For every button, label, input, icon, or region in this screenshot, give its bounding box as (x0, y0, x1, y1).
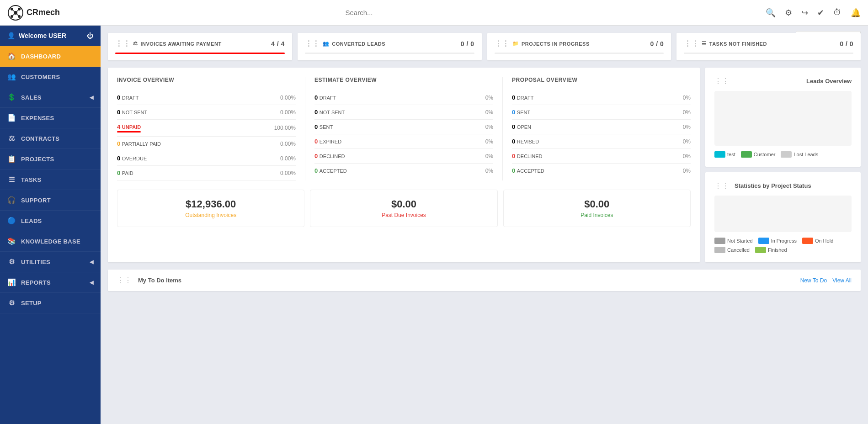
past-due-invoices-card: $0.00 Past Due Invoices (310, 190, 497, 227)
clock-icon[interactable]: ⏱ (833, 8, 841, 17)
invoices-bar-fill (115, 53, 285, 54)
prop-sent-row: 0 SENT 0% (512, 105, 691, 120)
tasks-icon: ☰ (7, 175, 16, 184)
check-icon[interactable]: ✔ (817, 8, 824, 18)
drag-handle-leads-ov[interactable]: ⋮⋮ (714, 77, 729, 85)
stat-tasks-not-finished: ⋮⋮ ☰ TASKS NOT FINISHED 0 / 0 (676, 33, 861, 60)
user-name: 👤 Welcome USER (7, 32, 66, 39)
sidebar-label-utilities: UTILITIES (21, 259, 50, 265)
support-icon: 🎧 (7, 196, 16, 204)
new-todo-link[interactable]: New To Do (800, 277, 827, 284)
converted-leads-icon: 👥 (323, 41, 330, 47)
todo-links: New To Do View All (800, 277, 852, 284)
legend-finished: Finished (755, 247, 787, 253)
bell-icon[interactable]: 🔔 (851, 8, 861, 18)
invoices-icon: ⚖ (133, 41, 138, 47)
stat-header-projects: ⋮⋮ 📁 PROJECTS IN PROGRESS 0 / 0 (495, 39, 664, 48)
legend-finished-box (755, 247, 766, 253)
leads-chart-area (714, 91, 852, 146)
power-icon[interactable]: ⏻ (87, 32, 93, 39)
invoice-overdue-row: 0 OVERDUE 0.00% (117, 151, 296, 166)
svg-line-6 (12, 9, 16, 13)
legend-not-started: Not Started (714, 238, 753, 244)
sidebar-item-customers[interactable]: 👥 CUSTOMERS (0, 67, 101, 87)
stat-header-tasks: ⋮⋮ ☰ TASKS NOT FINISHED 0 / 0 (684, 39, 853, 48)
drag-handle-tasks[interactable]: ⋮⋮ (684, 39, 699, 48)
invoice-unpaid-bar (117, 131, 141, 132)
sidebar-label-customers: CUSTOMERS (21, 74, 60, 80)
kb-icon: 📚 (7, 237, 16, 245)
sidebar-item-dashboard[interactable]: 🏠 DASHBOARD (0, 46, 101, 67)
projects-bar-bg (495, 53, 664, 54)
invoice-paid-val: 0.00% (280, 170, 296, 176)
sidebar-label-dashboard: DASHBOARD (21, 53, 61, 60)
sidebar-item-knowledge-base[interactable]: 📚 KNOWLEDGE BASE (0, 231, 101, 252)
money-cards-row: $12,936.00 Outstanding Invoices $0.00 Pa… (117, 190, 691, 227)
project-stats-card: ⋮⋮ Statistics by Project Status Not Star… (705, 172, 861, 262)
legend-on-hold-box (802, 238, 813, 244)
sidebar-item-support[interactable]: 🎧 SUPPORT (0, 190, 101, 211)
sales-icon: 💲 (7, 93, 16, 101)
drag-handle-project-stats[interactable]: ⋮⋮ (714, 181, 729, 190)
share-icon[interactable]: ↪ (801, 8, 808, 18)
invoice-notsent-row: 0 NOT SENT 0.00% (117, 105, 296, 120)
sidebar-item-setup[interactable]: ⚙ SETUP (0, 293, 101, 313)
invoice-unpaid-val: 100.00% (274, 125, 296, 131)
sidebar-user: 👤 Welcome USER ⏻ (0, 26, 101, 46)
invoice-partialpaid-row: 0 PARTIALLY PAID 0.00% (117, 137, 296, 151)
drag-handle-invoices[interactable]: ⋮⋮ (115, 39, 130, 48)
proposal-overview-col: PROPOSAL OVERVIEW 0 DRAFT 0% 0 SENT 0% 0… (512, 77, 691, 180)
leads-overview-title: Leads Overview (806, 78, 852, 85)
sidebar-label-sales: SALES (21, 94, 42, 101)
prop-revised-row: 0 REVISED 0% (512, 134, 691, 149)
gear-icon[interactable]: ⚙ (785, 8, 792, 18)
invoice-paid-num: 0 PAID (117, 170, 133, 176)
legend-finished-label: Finished (768, 247, 787, 253)
invoices-count: 4 / 4 (271, 40, 285, 48)
sidebar-item-projects[interactable]: 📋 PROJECTS (0, 149, 101, 170)
tasks-stat-icon: ☰ (702, 41, 707, 47)
search-input[interactable] (346, 9, 528, 16)
sidebar-item-utilities[interactable]: ⚙ UTILITIES ◀ (0, 252, 101, 272)
search-icon[interactable]: 🔍 (766, 8, 776, 18)
todo-title: My To Do Items (138, 277, 181, 284)
sidebar-item-expenses[interactable]: 📄 EXPENSES (0, 108, 101, 128)
leads-icon: 🔵 (7, 217, 16, 225)
invoice-partialpaid-num: 0 PARTIALLY PAID (117, 140, 161, 147)
view-all-link[interactable]: View All (832, 277, 852, 284)
app-logo[interactable]: CRmech (7, 5, 108, 21)
home-icon: 🏠 (7, 52, 16, 60)
sales-arrow-icon: ◀ (90, 95, 93, 101)
invoice-draft-row: 0 DRAFT 0.00% (117, 90, 296, 105)
side-panels: ⋮⋮ Leads Overview test Customer L (705, 68, 861, 262)
projects-stat-icon: 📁 (512, 41, 519, 47)
drag-handle-todo[interactable]: ⋮⋮ (117, 276, 132, 285)
sidebar-item-sales[interactable]: 💲 SALES ◀ (0, 87, 101, 108)
legend-test-box (714, 151, 725, 158)
leads-legend: test Customer Lost Leads (714, 151, 852, 158)
topbar-icons: 🔍 ⚙ ↪ ✔ ⏱ 🔔 (766, 8, 861, 18)
outstanding-label: Outstanding Invoices (126, 212, 296, 218)
projects-stat-count: 0 / 0 (650, 40, 664, 48)
legend-in-progress-label: In Progress (771, 238, 797, 244)
prop-declined-row: 0 DECLINED 0% (512, 149, 691, 164)
invoice-partialpaid-val: 0.00% (280, 141, 296, 147)
leads-overview-card: ⋮⋮ Leads Overview test Customer L (705, 68, 861, 167)
sidebar-item-reports[interactable]: 📊 REPORTS ◀ (0, 272, 101, 293)
legend-test: test (714, 151, 735, 158)
sidebar-item-tasks[interactable]: ☰ TASKS (0, 170, 101, 190)
invoice-notsent-val: 0.00% (280, 109, 296, 116)
sidebar-item-contracts[interactable]: ⚖ CONTRACTS (0, 128, 101, 149)
tasks-stat-count: 0 / 0 (840, 40, 853, 48)
legend-in-progress-box (758, 238, 769, 244)
invoices-bar-bg (115, 53, 285, 54)
invoice-overdue-num: 0 OVERDUE (117, 155, 147, 162)
drag-handle-leads[interactable]: ⋮⋮ (305, 39, 320, 48)
sidebar-item-leads[interactable]: 🔵 LEADS (0, 211, 101, 231)
stat-converted-leads: ⋮⋮ 👥 CONVERTED LEADS 0 / 0 (298, 33, 482, 60)
invoice-overview-title: INVOICE OVERVIEW (117, 77, 296, 83)
prop-open-row: 0 OPEN 0% (512, 120, 691, 134)
customers-icon: 👥 (7, 73, 16, 81)
legend-lost-label: Lost Leads (793, 152, 818, 157)
drag-handle-projects[interactable]: ⋮⋮ (495, 39, 510, 48)
